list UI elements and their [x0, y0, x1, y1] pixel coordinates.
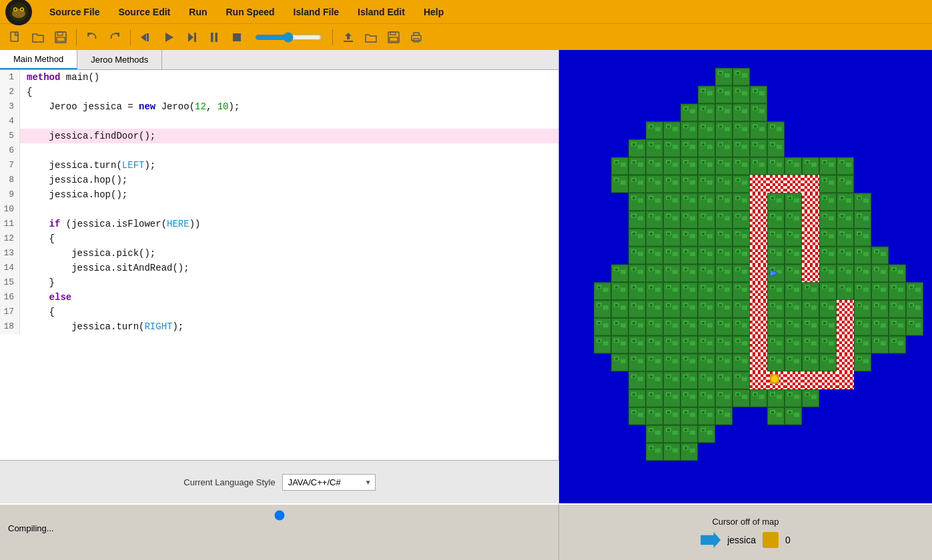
jeroo-name: jessica: [727, 535, 756, 545]
save-button[interactable]: [51, 27, 71, 47]
jeroo-flowers: 0: [785, 535, 791, 545]
export-island-button[interactable]: [338, 27, 358, 47]
separator-1: [76, 29, 77, 45]
line-content: [20, 202, 558, 217]
code-line: 4: [0, 114, 558, 129]
line-number: 11: [0, 217, 20, 231]
line-content: jessica.turn(RIGHT);: [20, 319, 558, 334]
line-content: Jeroo jessica = new Jeroo(12, 10);: [20, 99, 558, 114]
line-number: 2: [0, 85, 20, 99]
line-number: 9: [0, 187, 20, 202]
line-number: 13: [0, 246, 20, 261]
svg-rect-20: [390, 32, 396, 35]
svg-rect-11: [147, 33, 149, 41]
code-line: 8 jessica.hop();: [0, 173, 558, 187]
right-panel: [559, 50, 932, 503]
pause-button[interactable]: [204, 27, 224, 47]
left-status-panel: Compiling...: [0, 503, 559, 560]
menu-help[interactable]: Help: [414, 4, 453, 20]
app-logo: [5, 0, 32, 25]
menu-island-file[interactable]: Island File: [284, 4, 348, 20]
print-button[interactable]: [406, 27, 426, 47]
code-line: 9 jessica.hop();: [0, 187, 558, 202]
status-bar: Compiling... Cursor off of map jessica 0: [0, 503, 932, 560]
code-line: 3 Jeroo jessica = new Jeroo(12, 10);: [0, 99, 558, 114]
line-content: {: [20, 85, 558, 99]
redo-button[interactable]: [105, 27, 125, 47]
menu-source-edit[interactable]: Source Edit: [109, 4, 179, 20]
code-line: 1method main(): [0, 70, 558, 85]
svg-rect-16: [215, 33, 218, 42]
open-button[interactable]: [28, 27, 48, 47]
compile-status: Compiling...: [8, 523, 54, 533]
menu-run[interactable]: Run: [179, 4, 216, 20]
line-number: 10: [0, 202, 20, 217]
line-number: 15: [0, 275, 20, 290]
svg-rect-17: [233, 33, 241, 41]
svg-rect-15: [211, 33, 213, 42]
line-number: 4: [0, 114, 20, 129]
line-content: jessica.hop();: [20, 173, 558, 187]
run-button[interactable]: [159, 27, 179, 47]
code-line: 14 jessica.sitAndRead();: [0, 261, 558, 275]
line-number: 18: [0, 319, 20, 334]
tab-main-method[interactable]: Main Method: [0, 50, 77, 69]
line-content: jessica.pick();: [20, 246, 558, 261]
line-content: jessica.sitAndRead();: [20, 261, 558, 275]
separator-2: [130, 29, 131, 45]
svg-marker-12: [165, 33, 173, 42]
line-number: 12: [0, 231, 20, 246]
undo-button[interactable]: [82, 27, 102, 47]
code-editor[interactable]: 1method main()2{3 Jeroo jessica = new Je…: [0, 70, 558, 503]
stop-button[interactable]: [227, 27, 247, 47]
svg-rect-14: [194, 33, 196, 42]
line-number: 5: [0, 129, 20, 143]
left-scroll[interactable]: [275, 511, 284, 520]
open-island-button[interactable]: [361, 27, 381, 47]
speed-slider-container: [255, 32, 322, 43]
right-status-panel: Cursor off of map jessica 0: [559, 503, 932, 560]
speed-slider[interactable]: [255, 32, 322, 43]
line-number: 8: [0, 173, 20, 187]
line-number: 17: [0, 305, 20, 319]
code-line: 7 jessica.turn(LEFT);: [0, 158, 558, 173]
save-island-button[interactable]: [384, 27, 404, 47]
svg-rect-22: [412, 35, 421, 41]
line-number: 14: [0, 261, 20, 275]
svg-point-4: [15, 8, 17, 10]
language-bar: Current Language Style JAVA/C++/C# Pytho…: [0, 460, 559, 503]
code-line: 15 }: [0, 275, 558, 290]
code-line: 10: [0, 202, 558, 217]
code-line: 13 jessica.pick();: [0, 246, 558, 261]
code-line: 18 jessica.turn(RIGHT);: [0, 319, 558, 334]
code-line: 11 if (jessica.isFlower(HERE)): [0, 217, 558, 231]
line-number: 16: [0, 290, 20, 305]
line-content: else: [20, 290, 558, 305]
svg-marker-13: [188, 33, 193, 42]
new-button[interactable]: [5, 27, 25, 47]
code-line: 12 {: [0, 231, 558, 246]
line-content: }: [20, 275, 558, 290]
svg-marker-10: [141, 33, 146, 41]
rewind-button[interactable]: [136, 27, 156, 47]
line-content: [20, 114, 558, 129]
toolbar: [0, 23, 932, 50]
line-content: [20, 143, 558, 158]
language-select-wrapper: JAVA/C++/C# Python Ruby: [282, 474, 376, 491]
line-content: method main(): [20, 70, 558, 85]
line-content: jessica.findDoor();: [20, 129, 558, 143]
language-select[interactable]: JAVA/C++/C# Python Ruby: [282, 474, 376, 491]
svg-point-5: [21, 8, 23, 10]
menu-island-edit[interactable]: Island Edit: [348, 4, 414, 20]
code-line: 17 {: [0, 305, 558, 319]
code-line: 6: [0, 143, 558, 158]
menu-run-speed[interactable]: Run Speed: [216, 4, 284, 20]
line-content: {: [20, 231, 558, 246]
line-number: 6: [0, 143, 20, 158]
tab-jeroo-methods[interactable]: Jeroo Methods: [77, 50, 162, 69]
svg-rect-18: [344, 41, 353, 42]
line-number: 1: [0, 70, 20, 85]
line-content: {: [20, 305, 558, 319]
menu-source-file[interactable]: Source File: [40, 4, 109, 20]
step-button[interactable]: [181, 27, 201, 47]
